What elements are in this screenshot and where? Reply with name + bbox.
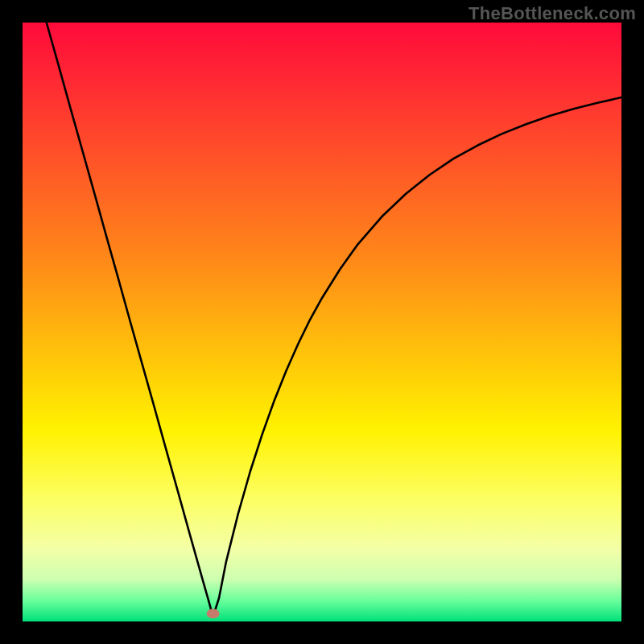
plot-area — [23, 23, 621, 621]
chart-container: TheBottleneck.com — [0, 0, 644, 644]
watermark-text: TheBottleneck.com — [469, 3, 636, 24]
chart-svg — [23, 23, 621, 621]
svg-rect-0 — [23, 23, 621, 621]
svg-point-1 — [207, 609, 220, 618]
